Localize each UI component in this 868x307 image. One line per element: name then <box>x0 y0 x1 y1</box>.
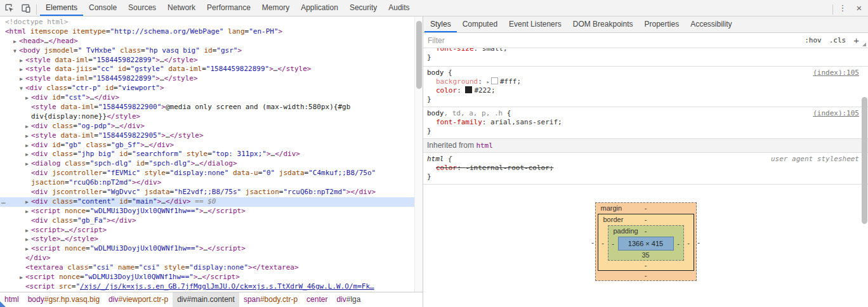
tab-elements[interactable]: Elements <box>40 0 83 16</box>
tab-security[interactable]: Security <box>344 0 383 16</box>
dom-tree-line[interactable]: ▶<style data-iml="1584459822899">…</styl… <box>0 56 414 65</box>
dom-tree-line[interactable]: ▶<div class="jhp big" id="searchform" st… <box>0 150 414 159</box>
color-swatch[interactable] <box>465 86 472 93</box>
new-style-rule-button[interactable]: + <box>853 34 859 47</box>
styles-filter-input[interactable] <box>423 36 797 45</box>
border-top-value[interactable]: - <box>645 216 647 223</box>
toggle-element-state-button[interactable]: :hov <box>805 36 822 44</box>
expand-arrow-icon[interactable]: ▶ <box>25 226 31 236</box>
dom-tree-line[interactable]: ▶<div id="gb" class="gb_Sf">…</div> <box>0 141 414 150</box>
dom-tree-line[interactable]: ▼<body jsmodel=" TvHxbe" class="hp vasq … <box>0 46 414 56</box>
expand-shorthand-icon[interactable]: ▸ <box>486 79 489 85</box>
collapse-arrow-icon[interactable]: ▼ <box>13 47 19 56</box>
expand-arrow-icon[interactable]: ▶ <box>25 160 31 169</box>
dom-tree-line[interactable]: ▶<div class="og-pdp">…</div> <box>0 122 414 131</box>
breadcrumb-item[interactable]: center <box>302 292 332 307</box>
expand-arrow-icon[interactable]: ▶ <box>20 273 25 283</box>
expand-arrow-icon[interactable]: ▶ <box>25 132 31 141</box>
color-swatch[interactable] <box>491 77 498 84</box>
tab-computed[interactable]: Computed <box>457 16 503 32</box>
css-declaration[interactable]: color: -internal-root-color; <box>427 164 858 173</box>
box-model-content[interactable]: 1366 × 415 <box>618 237 674 251</box>
expand-arrow-icon[interactable]: ▶ <box>20 56 25 66</box>
tab-performance[interactable]: Performance <box>201 0 256 16</box>
border-bottom-value[interactable]: - <box>645 261 647 269</box>
style-source-link[interactable]: (index):105 <box>813 109 859 118</box>
dom-tree-line[interactable]: ▶<dialog class="spch-dlg" id="spch-dlg">… <box>0 159 414 169</box>
dom-tree-line[interactable]: </div> <box>0 254 414 263</box>
scrollbar-thumb[interactable] <box>416 21 422 89</box>
dom-tree-line[interactable]: ▶<script nonce="wDLMUi3DoyjUxl0QWNf1hw==… <box>0 273 414 282</box>
expand-arrow-icon[interactable]: ▶ <box>13 37 19 47</box>
dom-tree-line[interactable]: ▶<div id="cst">…</div> <box>0 93 414 103</box>
dom-tree-line[interactable]: <html itemscope itemtype="http://schema.… <box>0 27 414 37</box>
box-model-border[interactable]: border- - padding- - 1366 × 415 - 35 <box>598 214 694 271</box>
dom-tree-line[interactable]: <textarea class="csi" name="csi" style="… <box>0 263 414 273</box>
breadcrumb-item[interactable]: div#viewport.ctr-p <box>104 292 173 307</box>
style-source-link[interactable]: (index):105 <box>813 69 859 77</box>
expand-arrow-icon[interactable]: ▶ <box>25 141 31 151</box>
expand-arrow-icon[interactable]: ▶ <box>25 207 31 217</box>
dom-tree-line[interactable]: …▶<div class="content" id="main">…</div>… <box>0 197 414 207</box>
border-right-value[interactable]: - <box>684 239 694 247</box>
tab-audits[interactable]: Audits <box>383 0 415 16</box>
tab-dom-breakpoints[interactable]: DOM Breakpoints <box>567 16 639 32</box>
dom-tree-line[interactable]: ▶<head>…</head> <box>0 37 414 46</box>
box-model-margin[interactable]: margin- - border- - padding- - 1366 × 41… <box>595 202 697 281</box>
expand-arrow-icon[interactable]: ▶ <box>25 198 31 207</box>
tab-styles[interactable]: Styles <box>424 16 457 32</box>
dom-tree-line[interactable]: ▶<style>…</style> <box>0 235 414 244</box>
padding-left-value[interactable]: - <box>608 240 618 247</box>
dom-tree-line[interactable]: ▶<script nonce="wDLMUi3DoyjUxl0QWNf1hw==… <box>0 244 414 254</box>
expand-arrow-icon[interactable]: ▶ <box>25 235 31 245</box>
css-declaration[interactable]: font-size: small; <box>427 48 858 53</box>
expand-arrow-icon[interactable]: ▶ <box>25 245 31 254</box>
toggle-device-toolbar-button[interactable] <box>18 1 34 16</box>
tab-application[interactable]: Application <box>295 0 344 16</box>
padding-right-value[interactable]: - <box>674 240 683 247</box>
close-devtools-button[interactable]: × <box>850 3 868 13</box>
expand-arrow-icon[interactable]: ▶ <box>25 122 31 132</box>
dom-tree-line[interactable]: <div jscontroller="WgDvvc" jsdata="hE2vd… <box>0 188 414 197</box>
css-declaration[interactable]: background: ▸#fff; <box>427 77 858 86</box>
elements-scrollbar[interactable] <box>414 16 423 292</box>
dom-tree-line[interactable]: jsaction="rcuQ6b:npT2md"></div> <box>0 178 414 188</box>
margin-right-value[interactable]: - <box>694 238 704 246</box>
inspect-element-button[interactable] <box>1 1 18 16</box>
breadcrumb-item[interactable]: body#gsr.hp.vasq.big <box>23 292 104 307</box>
expand-arrow-icon[interactable]: ▶ <box>20 75 25 84</box>
css-rule[interactable]: (index):105body {background: ▸#fff;color… <box>423 67 868 107</box>
collapse-arrow-icon[interactable]: ▼ <box>20 84 25 94</box>
css-rule[interactable]: (index):105body, td, a, p, .h {font-fami… <box>423 107 868 139</box>
expand-arrow-icon[interactable]: ▶ <box>25 94 31 103</box>
styles-scrollbar[interactable] <box>860 32 868 307</box>
padding-bottom-value[interactable]: 35 <box>641 251 649 259</box>
breadcrumb-item[interactable]: span#body.ctr-p <box>239 292 302 307</box>
dom-tree-line[interactable]: ▼<div class="ctr-p" id="viewport"> <box>0 84 414 93</box>
breadcrumb-item[interactable]: div#main.content <box>173 292 239 307</box>
margin-bottom-value[interactable]: - <box>645 271 647 279</box>
tab-memory[interactable]: Memory <box>256 0 295 16</box>
hidden-rules-ellipsis[interactable]: … <box>1 197 6 207</box>
dom-tree-line[interactable]: <script src="/xjs/_/js/k=xjs.s.en_GB.7jf… <box>0 282 414 292</box>
more-options-button[interactable]: ⋮ <box>835 3 850 13</box>
tab-event-listeners[interactable]: Event Listeners <box>503 16 567 32</box>
dom-tree-line[interactable]: <!doctype html> <box>0 18 414 27</box>
dom-tree-line[interactable]: <div jscontroller="fEVMic" style="displa… <box>0 169 414 178</box>
css-declaration[interactable]: font-family: arial,sans-serif; <box>427 118 858 127</box>
tab-properties[interactable]: Properties <box>638 16 685 32</box>
dom-tree-line[interactable]: ▶<script>…</script> <box>0 226 414 235</box>
margin-left-value[interactable]: - <box>588 238 598 246</box>
box-model-padding[interactable]: padding- - 1366 × 415 - 35 <box>608 225 684 261</box>
padding-top-value[interactable]: - <box>645 227 647 235</box>
element-classes-button[interactable]: .cls <box>829 36 846 44</box>
scrollbar-thumb[interactable] <box>862 97 867 224</box>
dom-tree-line[interactable]: ▶<style data-jiis="cc" id="gstyle" data-… <box>0 65 414 74</box>
tab-accessibility[interactable]: Accessibility <box>685 16 737 32</box>
css-rule[interactable]: font-size: small;} <box>423 48 868 67</box>
dom-tree-line[interactable]: ▶<script nonce="wDLMUi3DoyjUxl0QWNf1hw==… <box>0 207 414 216</box>
border-left-value[interactable]: - <box>598 239 608 247</box>
margin-top-value[interactable]: - <box>645 204 647 212</box>
expand-arrow-icon[interactable]: ▶ <box>20 65 25 75</box>
tab-console[interactable]: Console <box>83 0 122 16</box>
